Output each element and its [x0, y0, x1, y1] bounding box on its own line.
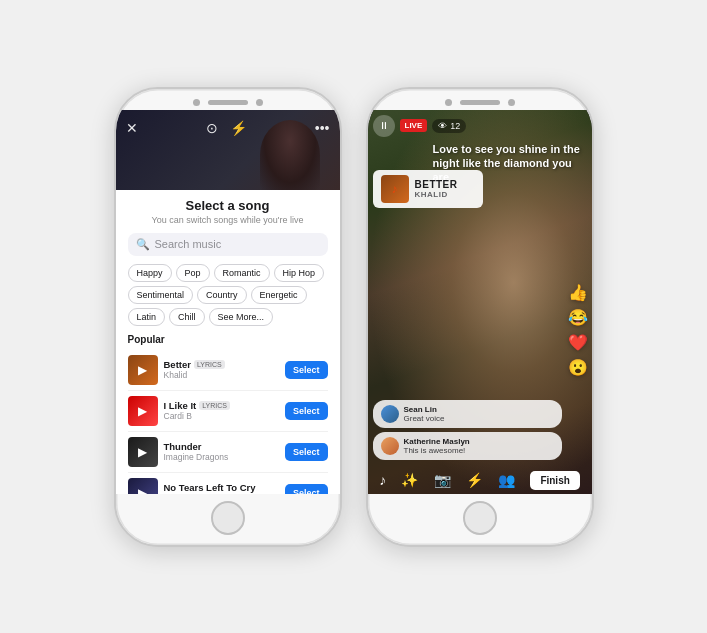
song-item-thunder: ▶ Thunder Imagine Dragons Select — [128, 432, 328, 473]
song-thumb-ilike: ▶ — [128, 396, 158, 426]
song-info-thunder: Thunder Imagine Dragons — [164, 441, 279, 462]
genre-tag-happy[interactable]: Happy — [128, 264, 172, 282]
comment-bubble-sean: Sean Lin Great voice — [373, 400, 562, 428]
genre-tag-romantic[interactable]: Romantic — [214, 264, 270, 282]
select-button-ilike[interactable]: Select — [285, 402, 328, 420]
play-icon-better: ▶ — [138, 363, 147, 377]
select-button-better[interactable]: Select — [285, 361, 328, 379]
comment-message-katherine: This is awesome! — [404, 446, 470, 455]
eye-icon: 👁 — [438, 121, 447, 131]
live-screen: ⏸ LIVE 👁 12 Love to see you shine in the… — [368, 110, 592, 494]
finish-button[interactable]: Finish — [530, 471, 579, 490]
genre-tag-seemore[interactable]: See More... — [209, 308, 274, 326]
genre-tag-energetic[interactable]: Energetic — [251, 286, 307, 304]
music-bottom-icon[interactable]: ♪ — [379, 472, 386, 488]
people-bottom-icon[interactable]: 👥 — [498, 472, 515, 488]
comment-content-katherine: Katherine Maslyn This is awesome! — [404, 437, 470, 455]
song-artist-notears: Ariana Grande — [164, 493, 279, 494]
effects-bottom-icon[interactable]: ✨ — [401, 472, 418, 488]
now-playing-card: ♪ BETTER KHALID — [373, 170, 483, 208]
pause-button[interactable]: ⏸ — [373, 115, 395, 137]
song-name-better: Better LYRICS — [164, 359, 279, 370]
genre-tag-latin[interactable]: Latin — [128, 308, 166, 326]
search-placeholder: Search music — [155, 238, 222, 250]
camera-flip-icon[interactable]: ⊙ — [206, 120, 218, 136]
live-bottom-bar: ♪ ✨ 📷 ⚡ 👥 Finish — [372, 471, 588, 490]
phone-bottom-right — [368, 494, 592, 545]
sheet-title: Select a song — [128, 198, 328, 213]
proximity-sensor-dot — [256, 99, 263, 106]
comment-content-sean: Sean Lin Great voice — [404, 405, 445, 423]
genre-tag-hiphop[interactable]: Hip Hop — [274, 264, 325, 282]
song-list: ▶ Better LYRICS Khalid Select — [128, 350, 328, 494]
viewer-number: 12 — [450, 121, 460, 131]
scene: ✕ ⊙ ⚡ ••• Select a song You can switch s… — [0, 67, 707, 567]
home-button-left[interactable] — [211, 501, 245, 535]
popular-section-label: Popular — [128, 334, 328, 345]
genre-tag-chill[interactable]: Chill — [169, 308, 205, 326]
front-camera-dot-right — [445, 99, 452, 106]
comment-author-sean: Sean Lin — [404, 405, 445, 414]
like-reaction-icon[interactable]: 👍 — [568, 283, 588, 302]
hair-silhouette — [260, 120, 320, 190]
lyrics-badge-better: LYRICS — [194, 360, 225, 369]
live-top-bar: ⏸ LIVE 👁 12 — [373, 115, 587, 137]
genre-tag-pop[interactable]: Pop — [176, 264, 210, 282]
song-item-better: ▶ Better LYRICS Khalid Select — [128, 350, 328, 391]
comments-area: Sean Lin Great voice Katherine Maslyn Th… — [373, 400, 562, 464]
play-icon-notears: ▶ — [138, 486, 147, 494]
song-thumb-thunder: ▶ — [128, 437, 158, 467]
right-phone: ⏸ LIVE 👁 12 Love to see you shine in the… — [366, 87, 594, 547]
genre-tags-container: Happy Pop Romantic Hip Hop Sentimental C… — [128, 264, 328, 326]
lyrics-badge-ilike: LYRICS — [199, 401, 230, 410]
song-thumb-better: ▶ — [128, 355, 158, 385]
song-info-notears: No Tears Left To Cry Ariana Grande — [164, 482, 279, 494]
song-thumb-notears: ▶ — [128, 478, 158, 494]
camera-preview: ✕ ⊙ ⚡ ••• — [116, 110, 340, 190]
flash-bottom-icon[interactable]: ⚡ — [466, 472, 483, 488]
more-options-icon[interactable]: ••• — [315, 120, 330, 136]
close-icon[interactable]: ✕ — [126, 120, 138, 136]
song-name-ilike: I Like It LYRICS — [164, 400, 279, 411]
song-item-notears: ▶ No Tears Left To Cry Ariana Grande Sel… — [128, 473, 328, 494]
song-info-ilike: I Like It LYRICS Cardi B — [164, 400, 279, 421]
avatar-katherine — [381, 437, 399, 455]
wow-reaction-icon[interactable]: 😮 — [568, 358, 588, 377]
song-selector-sheet: Select a song You can switch songs while… — [116, 190, 340, 494]
genre-tag-country[interactable]: Country — [197, 286, 247, 304]
left-phone: ✕ ⊙ ⚡ ••• Select a song You can switch s… — [114, 87, 342, 547]
genre-tag-sentimental[interactable]: Sentimental — [128, 286, 194, 304]
left-screen: ✕ ⊙ ⚡ ••• Select a song You can switch s… — [116, 110, 340, 494]
song-artist-ilike: Cardi B — [164, 411, 279, 421]
now-playing-artist: KHALID — [415, 190, 458, 199]
music-note-icon: ♪ — [392, 182, 398, 196]
proximity-sensor-dot-right — [508, 99, 515, 106]
song-info-better: Better LYRICS Khalid — [164, 359, 279, 380]
song-item-ilike: ▶ I Like It LYRICS Cardi B Select — [128, 391, 328, 432]
laugh-reaction-icon[interactable]: 😂 — [568, 308, 588, 327]
camera-bottom-icon[interactable]: 📷 — [434, 472, 451, 488]
search-bar[interactable]: 🔍 Search music — [128, 233, 328, 256]
now-playing-thumb: ♪ — [381, 175, 409, 203]
now-playing-info: BETTER KHALID — [415, 179, 458, 199]
song-name-notears: No Tears Left To Cry — [164, 482, 279, 493]
phone-top-right — [368, 89, 592, 110]
search-icon: 🔍 — [136, 238, 150, 251]
reactions-sidebar: 👍 😂 ❤️ 😮 — [568, 283, 588, 377]
front-camera-dot — [193, 99, 200, 106]
song-artist-thunder: Imagine Dragons — [164, 452, 279, 462]
avatar-seanlin — [381, 405, 399, 423]
play-icon-ilike: ▶ — [138, 404, 147, 418]
now-playing-title: BETTER — [415, 179, 458, 190]
phone-bottom-left — [116, 494, 340, 545]
select-button-thunder[interactable]: Select — [285, 443, 328, 461]
comment-message-sean: Great voice — [404, 414, 445, 423]
heart-reaction-icon[interactable]: ❤️ — [568, 333, 588, 352]
play-icon-thunder: ▶ — [138, 445, 147, 459]
phone-speaker — [208, 100, 248, 105]
select-button-notears[interactable]: Select — [285, 484, 328, 494]
comment-bubble-katherine: Katherine Maslyn This is awesome! — [373, 432, 562, 460]
flash-icon[interactable]: ⚡ — [230, 120, 247, 136]
song-artist-better: Khalid — [164, 370, 279, 380]
home-button-right[interactable] — [463, 501, 497, 535]
